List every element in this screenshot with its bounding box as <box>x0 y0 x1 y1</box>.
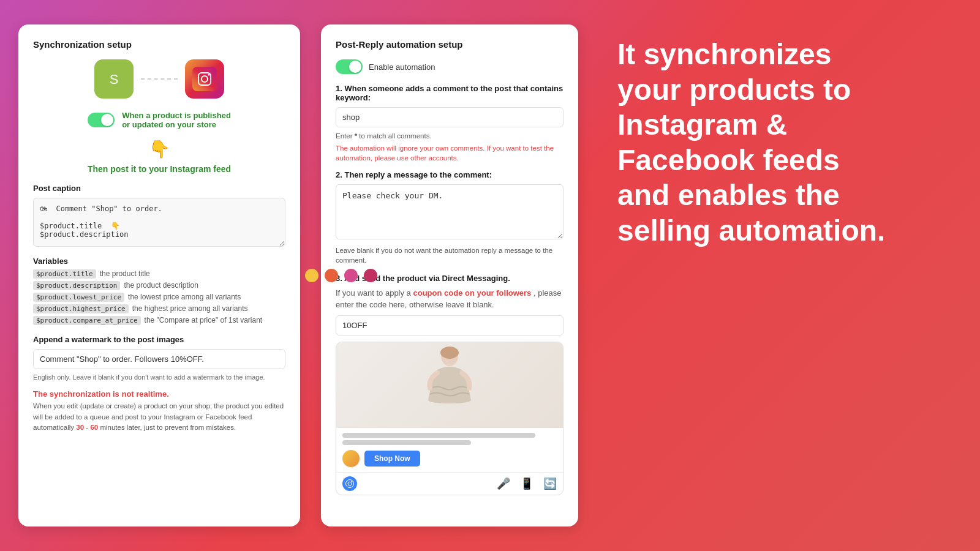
toggle-text-line1: When a product is published <box>122 111 231 120</box>
dot-1 <box>305 269 318 282</box>
watermark-section: Append a watermark to the post images En… <box>33 335 285 382</box>
note2-red-text: The automation will ignore your own comm… <box>336 143 564 163</box>
keyword-input[interactable] <box>336 107 564 127</box>
product-preview-box: Shop Now 🎤 📱 🔄 <box>336 342 564 495</box>
dot-3 <box>344 269 358 282</box>
var-row-2: $product.description the product descrip… <box>33 281 285 290</box>
preview-line-1 <box>342 433 535 438</box>
connector-dots <box>141 78 178 80</box>
preview-avatar <box>342 450 360 467</box>
var-tag-compare: $product.compare_at_price <box>33 316 141 325</box>
watermark-input[interactable] <box>33 349 285 369</box>
step3-desc: If you want to apply a coupon code on yo… <box>336 288 564 310</box>
var-row-3: $product.lowest_price the lowest price a… <box>33 293 285 302</box>
sync-title: Synchronization setup <box>33 39 285 50</box>
watermark-hint: English only. Leave it blank if you don'… <box>33 373 285 382</box>
refresh-icon: 🔄 <box>543 477 557 490</box>
svg-text:S: S <box>110 72 119 87</box>
leave-blank-text: Leave blank if you do not want the autom… <box>336 246 564 265</box>
product-published-toggle-row: When a product is published or updated o… <box>33 111 285 129</box>
note1-text: Enter * to match all comments. <box>336 131 564 141</box>
preview-line-2 <box>342 440 471 445</box>
microphone-icon: 🎤 <box>497 477 510 490</box>
dot-4 <box>364 269 377 282</box>
step2-label: 2. Then reply a message to the comment: <box>336 170 564 179</box>
post-reply-title: Post-Reply automation setup <box>336 39 564 50</box>
step1-label: 1. When someone adds a comment to the po… <box>336 84 564 102</box>
var-tag-highest: $product.highest_price <box>33 304 129 313</box>
preview-product-image <box>336 342 563 428</box>
sync-icons-row: S <box>33 59 285 99</box>
var-row-5: $product.compare_at_price the "Compare a… <box>33 316 285 325</box>
then-post-label: Then post it to your Instagram feed <box>33 164 285 174</box>
sync-warning: The synchronization is not realtime. Whe… <box>33 389 285 433</box>
variables-title: Variables <box>33 257 285 266</box>
svg-point-10 <box>352 481 353 482</box>
shop-now-button[interactable]: Shop Now <box>364 451 420 467</box>
warning-title: The synchronization is not realtime. <box>33 389 285 399</box>
dress-figure-svg <box>419 345 480 425</box>
shopify-icon: S <box>94 59 134 99</box>
svg-point-8 <box>346 479 354 487</box>
enable-automation-row: Enable automation <box>336 59 564 74</box>
coupon-input[interactable] <box>336 315 564 335</box>
gallery-icon: 📱 <box>520 477 533 490</box>
preview-icons-row: 🎤 📱 🔄 <box>336 472 563 495</box>
var-row-4: $product.highest_price the highest price… <box>33 304 285 313</box>
sync-setup-card: Synchronization setup S <box>18 24 300 527</box>
instagram-icon <box>185 59 224 99</box>
var-row-1: $product.title the product title <box>33 269 285 279</box>
preview-text-lines <box>342 433 557 445</box>
preview-action-icons: 🎤 📱 🔄 <box>497 477 557 490</box>
svg-rect-2 <box>192 67 217 91</box>
var-tag-lowest: $product.lowest_price <box>33 293 124 302</box>
var-tag-desc: $product.description <box>33 281 120 290</box>
dots-indicator <box>305 269 377 282</box>
svg-point-5 <box>208 74 210 76</box>
preview-info-section: Shop Now <box>336 428 563 472</box>
preview-instagram-icon <box>342 476 357 491</box>
enable-automation-label: Enable automation <box>369 62 435 72</box>
variables-section: Variables $product.title the product tit… <box>33 257 285 325</box>
toggle-text-line2: or updated on your store <box>122 120 231 129</box>
svg-point-7 <box>440 347 459 359</box>
enable-automation-toggle[interactable] <box>336 59 363 74</box>
svg-point-9 <box>348 482 352 485</box>
watermark-label: Append a watermark to the post images <box>33 335 285 344</box>
post-caption-textarea[interactable]: 🛍 Comment "Shop" to order. $product.titl… <box>33 198 285 247</box>
post-caption-label: Post caption <box>33 184 285 193</box>
var-tag-title: $product.title <box>33 269 96 279</box>
publish-toggle[interactable] <box>88 113 115 127</box>
toggle-description: When a product is published or updated o… <box>122 111 231 129</box>
marketing-headline: It synchronizes your products to Instagr… <box>617 37 885 249</box>
warning-desc: When you edit (update or create) a produ… <box>33 401 285 433</box>
marketing-text-section: It synchronizes your products to Instagr… <box>593 24 910 261</box>
preview-footer: Shop Now <box>342 450 557 467</box>
coupon-link-text: coupon code on your followers <box>413 288 531 298</box>
reply-textarea[interactable]: Please check your DM. <box>336 184 564 239</box>
dot-2 <box>325 269 338 282</box>
arrow-down-icon: 👇 <box>33 139 285 159</box>
